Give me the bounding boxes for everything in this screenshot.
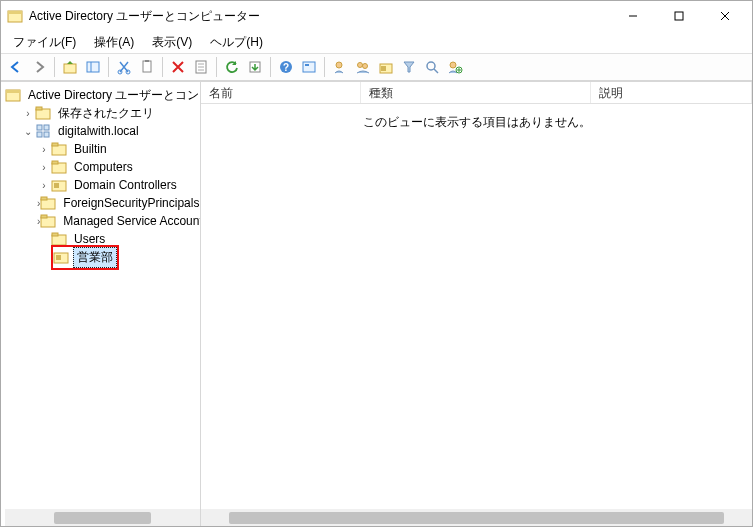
back-button[interactable] (5, 56, 27, 78)
folder-icon (40, 213, 56, 229)
svg-rect-3 (675, 12, 683, 20)
empty-message: このビューに表示する項目はありません。 (201, 104, 752, 131)
window-title: Active Directory ユーザーとコンピューター (29, 8, 610, 25)
tree-label: Domain Controllers (71, 177, 180, 193)
tree-label: digitalwith.local (55, 123, 142, 139)
aduc-icon (5, 87, 21, 103)
toolbar-separator (108, 57, 109, 77)
search-button[interactable] (421, 56, 443, 78)
folder-icon (40, 195, 56, 211)
svg-rect-39 (37, 132, 42, 137)
toolbar-separator (216, 57, 217, 77)
list-scrollbar[interactable] (201, 509, 752, 526)
svg-rect-37 (37, 125, 42, 130)
close-button[interactable] (702, 2, 748, 30)
up-button[interactable] (59, 56, 81, 78)
folder-icon (51, 159, 67, 175)
filter-button[interactable] (398, 56, 420, 78)
delete-button[interactable] (167, 56, 189, 78)
tree-label-selected: 営業部 (73, 247, 117, 268)
find-button[interactable] (298, 56, 320, 78)
tree-domain-controllers[interactable]: › Domain Controllers (37, 176, 200, 194)
list-header: 名前 種類 説明 (201, 82, 752, 104)
svg-rect-52 (52, 233, 58, 236)
expand-icon[interactable]: › (37, 160, 51, 174)
svg-rect-7 (87, 62, 99, 72)
menu-view[interactable]: 表示(V) (144, 32, 200, 53)
expand-icon[interactable]: › (37, 142, 51, 156)
tree-root[interactable]: Active Directory ユーザーとコンピューター (5, 86, 200, 104)
svg-rect-50 (41, 215, 47, 218)
svg-rect-44 (52, 161, 58, 164)
svg-point-23 (358, 63, 363, 68)
menu-bar: ファイル(F) 操作(A) 表示(V) ヘルプ(H) (1, 31, 752, 53)
toolbar: ? (1, 53, 752, 81)
forward-button[interactable] (28, 56, 50, 78)
column-type[interactable]: 種類 (361, 82, 591, 103)
domain-icon (35, 123, 51, 139)
tree-msa[interactable]: › Managed Service Accounts (37, 212, 200, 230)
tree-label: Computers (71, 159, 136, 175)
svg-text:?: ? (283, 62, 289, 73)
ou-icon (51, 177, 67, 193)
folder-icon (35, 105, 51, 121)
svg-rect-48 (41, 197, 47, 200)
collapse-icon[interactable]: ⌄ (21, 124, 35, 138)
new-ou-button[interactable] (375, 56, 397, 78)
svg-rect-11 (143, 61, 151, 72)
show-hide-tree-button[interactable] (82, 56, 104, 78)
svg-rect-20 (303, 62, 315, 72)
minimize-button[interactable] (610, 2, 656, 30)
tree-computers[interactable]: › Computers (37, 158, 200, 176)
menu-help[interactable]: ヘルプ(H) (202, 32, 271, 53)
svg-rect-38 (44, 125, 49, 130)
svg-point-29 (450, 62, 456, 68)
svg-rect-34 (6, 90, 20, 93)
tree-label: Builtin (71, 141, 110, 157)
copy-button[interactable] (136, 56, 158, 78)
tree-saved-queries[interactable]: › 保存されたクエリ (21, 104, 200, 122)
cut-button[interactable] (113, 56, 135, 78)
refresh-button[interactable] (221, 56, 243, 78)
svg-rect-36 (36, 107, 42, 110)
tree-pane: Active Directory ユーザーとコンピューター › 保存されたクエリ… (1, 82, 201, 526)
svg-point-27 (427, 62, 435, 70)
folder-icon (51, 141, 67, 157)
new-group-button[interactable] (352, 56, 374, 78)
column-name[interactable]: 名前 (201, 82, 361, 103)
svg-rect-42 (52, 143, 58, 146)
svg-rect-46 (54, 183, 59, 188)
svg-rect-21 (305, 64, 309, 66)
new-user-button[interactable] (329, 56, 351, 78)
help-button[interactable]: ? (275, 56, 297, 78)
menu-file[interactable]: ファイル(F) (5, 32, 84, 53)
properties-button[interactable] (190, 56, 212, 78)
export-button[interactable] (244, 56, 266, 78)
toolbar-separator (162, 57, 163, 77)
expand-icon[interactable]: › (21, 106, 35, 120)
toolbar-separator (270, 57, 271, 77)
svg-rect-1 (8, 11, 22, 14)
expand-icon[interactable]: › (37, 178, 51, 192)
toolbar-separator (54, 57, 55, 77)
column-description[interactable]: 説明 (591, 82, 752, 103)
svg-line-28 (434, 69, 438, 73)
content-area: Active Directory ユーザーとコンピューター › 保存されたクエリ… (1, 81, 752, 526)
tree-builtin[interactable]: › Builtin (37, 140, 200, 158)
menu-action[interactable]: 操作(A) (86, 32, 142, 53)
maximize-button[interactable] (656, 2, 702, 30)
list-body: このビューに表示する項目はありません。 (201, 104, 752, 509)
svg-point-22 (336, 62, 342, 68)
svg-point-24 (363, 64, 368, 69)
add-to-group-button[interactable] (444, 56, 466, 78)
tree-scrollbar[interactable] (5, 509, 200, 526)
tree-domain[interactable]: ⌄ digitalwith.local (21, 122, 200, 140)
tree-label: ForeignSecurityPrincipals (60, 195, 200, 211)
svg-rect-6 (64, 64, 76, 73)
tree-fsp[interactable]: › ForeignSecurityPrincipals (37, 194, 200, 212)
title-bar: Active Directory ユーザーとコンピューター (1, 1, 752, 31)
tree-eigyobu[interactable]: 営業部 (37, 248, 200, 266)
toolbar-separator (324, 57, 325, 77)
tree-label: 保存されたクエリ (55, 104, 157, 123)
tree-label: Managed Service Accounts (60, 213, 200, 229)
